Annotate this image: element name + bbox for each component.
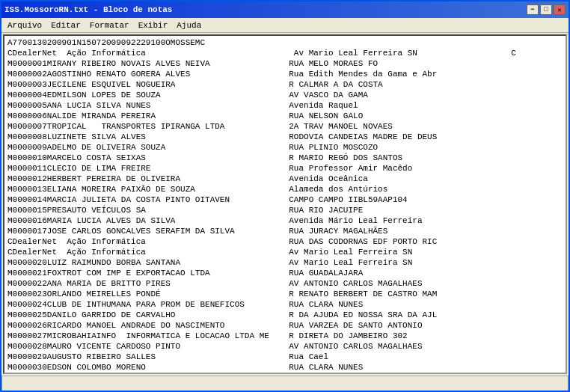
- title-bar: ISS.MossoroRN.txt - Bloco de notas − □ ✕: [1, 1, 569, 18]
- text-content[interactable]: A7700130200901N15072009092229100OMOSSEMC…: [4, 36, 566, 373]
- minimize-button[interactable]: −: [527, 4, 539, 15]
- status-panel: [1, 376, 569, 391]
- content-wrapper: A7700130200901N15072009092229100OMOSSEMC…: [3, 34, 567, 374]
- maximize-button[interactable]: □: [540, 4, 552, 15]
- window-controls: − □ ✕: [527, 4, 566, 15]
- menu-ajuda[interactable]: Ajuda: [172, 19, 206, 31]
- menu-editar[interactable]: Editar: [46, 19, 85, 31]
- menu-exibir[interactable]: Exibir: [134, 19, 173, 31]
- main-window: ISS.MossoroRN.txt - Bloco de notas − □ ✕…: [0, 0, 570, 392]
- menu-arquivo[interactable]: Arquivo: [3, 19, 46, 31]
- menu-bar: Arquivo Editar Formatar Exibir Ajuda: [1, 18, 569, 33]
- window-title: ISS.MossoroRN.txt - Bloco de notas: [4, 5, 172, 14]
- close-button[interactable]: ✕: [554, 4, 566, 15]
- menu-formatar[interactable]: Formatar: [85, 19, 134, 31]
- status-bar: [1, 376, 569, 391]
